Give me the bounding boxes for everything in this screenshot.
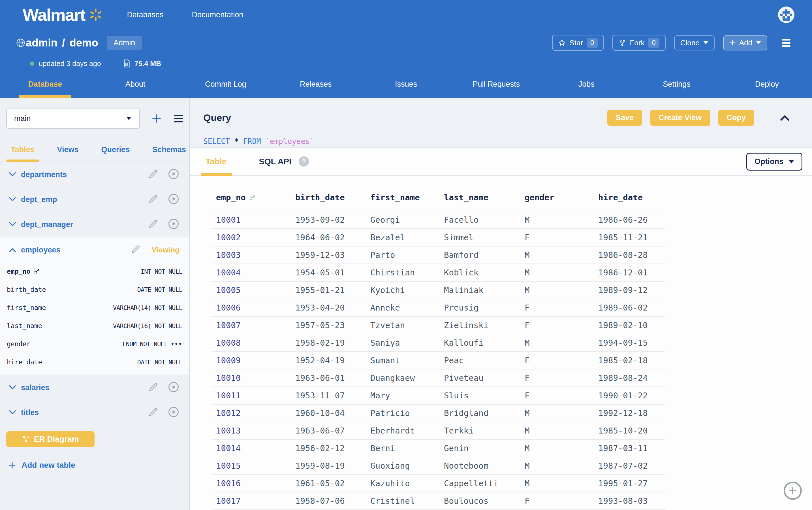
chevron-down-icon[interactable] — [8, 172, 17, 177]
column-name: hire_date — [7, 359, 42, 366]
emp-no-link[interactable]: 10001 — [212, 215, 291, 225]
table-list-item: dept_manager — [0, 212, 189, 237]
caret-down-icon — [788, 160, 794, 164]
emp-no-link[interactable]: 10011 — [212, 391, 291, 400]
chevron-down-icon[interactable] — [8, 385, 17, 391]
chevron-down-icon[interactable] — [8, 222, 17, 227]
chevron-down-icon[interactable] — [8, 410, 17, 415]
add-new-table-button[interactable]: Add new table — [8, 461, 189, 470]
emp-no-link[interactable]: 10015 — [212, 461, 291, 471]
table-name[interactable]: departments — [21, 170, 67, 179]
cell-birth-date: 1960-10-04 — [291, 408, 366, 418]
sql-query-text[interactable]: SELECT * FROM `employees` — [203, 137, 790, 146]
column-header[interactable]: birth_date — [291, 193, 366, 202]
copy-button[interactable]: Copy — [718, 110, 754, 126]
emp-no-link[interactable]: 10017 — [212, 496, 291, 506]
cell-first-name: Eberhardt — [366, 426, 440, 435]
emp-no-link[interactable]: 10012 — [212, 408, 291, 418]
edit-pencil-icon[interactable] — [148, 169, 158, 180]
emp-no-link[interactable]: 10003 — [212, 250, 291, 260]
run-play-icon[interactable] — [168, 381, 180, 394]
floating-add-button[interactable] — [784, 482, 802, 500]
walmart-logo[interactable]: Walmart — [23, 5, 102, 25]
cell-last-name: Sluis — [440, 391, 520, 400]
chevron-down-icon[interactable] — [8, 197, 17, 202]
column-header-emp-no[interactable]: emp_no — [212, 193, 291, 202]
chevron-up-icon[interactable] — [8, 247, 17, 253]
branch-select[interactable]: main — [6, 108, 140, 129]
options-button[interactable]: Options — [746, 153, 802, 171]
edit-pencil-icon[interactable] — [148, 194, 158, 205]
emp-no-link[interactable]: 10016 — [212, 479, 291, 488]
repo-tab[interactable]: Releases — [271, 71, 361, 98]
repo-owner[interactable]: admin — [26, 37, 58, 49]
emp-no-link[interactable]: 10013 — [212, 426, 291, 435]
run-play-icon[interactable] — [168, 406, 180, 419]
add-button[interactable]: Add — [723, 35, 767, 51]
er-diagram-icon — [22, 435, 30, 443]
fork-button[interactable]: Fork 0 — [612, 35, 665, 51]
column-header[interactable]: hire_date — [594, 193, 665, 202]
run-play-icon[interactable] — [168, 218, 180, 231]
results-tab[interactable]: Table — [206, 148, 227, 175]
emp-no-link[interactable]: 10010 — [212, 373, 291, 383]
column-header[interactable]: gender — [520, 193, 594, 202]
emp-no-link[interactable]: 10006 — [212, 303, 291, 313]
walmart-spark-icon — [89, 8, 102, 21]
save-button[interactable]: Save — [607, 110, 642, 126]
clone-button[interactable]: Clone — [674, 35, 715, 51]
table-name[interactable]: employees — [21, 246, 61, 254]
table-row: 10006 1953-04-20 Anneke Preusig F 1989-0… — [212, 299, 665, 317]
create-view-button[interactable]: Create View — [650, 110, 710, 126]
repo-tab-label: Database — [28, 80, 62, 89]
star-button[interactable]: Star 0 — [552, 35, 604, 51]
emp-no-link[interactable]: 10014 — [212, 444, 291, 453]
emp-no-link[interactable]: 10009 — [212, 356, 291, 365]
sidebar-tab[interactable]: Tables — [11, 145, 34, 162]
sidebar-tab[interactable]: Queries — [101, 145, 130, 162]
repo-tab[interactable]: Issues — [361, 71, 451, 98]
sidebar-tab[interactable]: Views — [57, 145, 79, 162]
edit-pencil-icon[interactable] — [148, 407, 158, 418]
cell-gender: M — [520, 461, 594, 471]
repo-tab[interactable]: Deploy — [722, 71, 812, 98]
run-play-icon[interactable] — [168, 193, 180, 206]
repo-tab[interactable]: Settings — [632, 71, 722, 98]
sidebar-tab[interactable]: Schemas — [152, 145, 186, 162]
edit-pencil-icon[interactable] — [148, 219, 158, 230]
new-branch-icon[interactable] — [151, 113, 162, 124]
repo-tab[interactable]: Jobs — [541, 71, 632, 98]
emp-no-link[interactable]: 10005 — [212, 285, 291, 295]
nav-documentation[interactable]: Documentation — [192, 10, 243, 19]
cell-first-name: Patricio — [366, 408, 440, 418]
edit-pencil-icon[interactable] — [131, 245, 141, 255]
run-play-icon[interactable] — [168, 168, 180, 181]
results-tab[interactable]: SQL API ? — [259, 148, 309, 175]
table-name[interactable]: salaries — [21, 384, 50, 392]
help-icon[interactable]: ? — [299, 157, 309, 167]
table-name[interactable]: titles — [21, 408, 39, 417]
edit-pencil-icon[interactable] — [148, 382, 158, 393]
table-list-item: salaries — [0, 375, 189, 400]
ellipsis-icon[interactable]: ••• — [171, 341, 182, 347]
repo-tab[interactable]: Commit Log — [180, 71, 271, 98]
column-header[interactable]: last_name — [440, 193, 520, 202]
repo-name[interactable]: demo — [69, 37, 98, 49]
avatar[interactable] — [778, 6, 794, 23]
table-name[interactable]: dept_emp — [21, 195, 57, 204]
branch-menu-icon[interactable] — [174, 115, 183, 122]
repo-tab[interactable]: Pull Requests — [451, 71, 541, 98]
column-header[interactable]: first_name — [366, 193, 440, 202]
repo-tab[interactable]: Database — [0, 71, 90, 98]
nav-databases[interactable]: Databases — [127, 10, 163, 19]
er-diagram-button[interactable]: ER Diagram — [6, 431, 95, 447]
table-name[interactable]: dept_manager — [21, 220, 73, 229]
emp-no-link[interactable]: 10007 — [212, 320, 291, 330]
cell-last-name: Bridgland — [440, 408, 520, 418]
repo-tab[interactable]: About — [90, 71, 181, 98]
emp-no-link[interactable]: 10008 — [212, 338, 291, 348]
header-menu-icon[interactable] — [782, 39, 790, 47]
emp-no-link[interactable]: 10002 — [212, 233, 291, 242]
emp-no-link[interactable]: 10004 — [212, 268, 291, 277]
collapse-chevron-up-icon[interactable] — [780, 114, 790, 121]
